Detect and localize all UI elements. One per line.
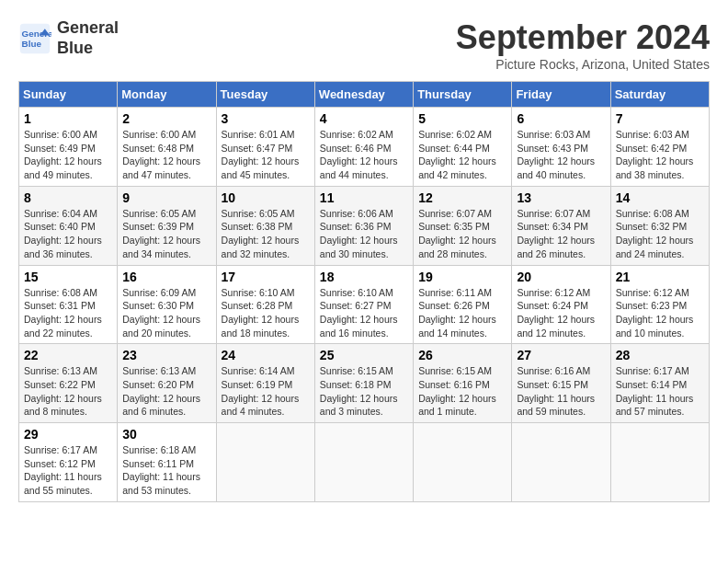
day-info: Sunrise: 6:10 AMSunset: 6:28 PMDaylight:… <box>222 286 310 340</box>
weekday-header: Monday <box>118 82 216 108</box>
weekday-header: Sunday <box>19 82 118 108</box>
calendar-cell: 17Sunrise: 6:10 AMSunset: 6:28 PMDayligh… <box>216 265 314 344</box>
calendar-week-row: 8Sunrise: 6:04 AMSunset: 6:40 PMDaylight… <box>19 186 710 265</box>
day-info: Sunrise: 6:07 AMSunset: 6:34 PMDaylight:… <box>517 207 605 261</box>
calendar-cell: 20Sunrise: 6:12 AMSunset: 6:24 PMDayligh… <box>512 265 610 344</box>
calendar-cell: 7Sunrise: 6:03 AMSunset: 6:42 PMDaylight… <box>610 108 709 187</box>
weekday-header-row: SundayMondayTuesdayWednesdayThursdayFrid… <box>19 82 710 108</box>
day-number: 20 <box>517 270 605 284</box>
weekday-header: Wednesday <box>314 82 413 108</box>
day-info: Sunrise: 6:15 AMSunset: 6:16 PMDaylight:… <box>418 364 506 419</box>
calendar-cell: 16Sunrise: 6:09 AMSunset: 6:30 PMDayligh… <box>118 265 216 344</box>
day-info: Sunrise: 6:00 AMSunset: 6:49 PMDaylight:… <box>24 128 112 182</box>
calendar-week-row: 29Sunrise: 6:17 AMSunset: 6:12 PMDayligh… <box>19 423 710 502</box>
logo: General Blue GeneralBlue <box>18 18 119 58</box>
day-info: Sunrise: 6:07 AMSunset: 6:35 PMDaylight:… <box>418 207 506 261</box>
day-info: Sunrise: 6:05 AMSunset: 6:39 PMDaylight:… <box>122 207 210 261</box>
day-info: Sunrise: 6:09 AMSunset: 6:30 PMDaylight:… <box>122 286 210 340</box>
day-number: 19 <box>418 270 506 284</box>
day-number: 25 <box>320 348 408 362</box>
calendar-cell: 30Sunrise: 6:18 AMSunset: 6:11 PMDayligh… <box>118 423 216 502</box>
calendar-cell: 4Sunrise: 6:02 AMSunset: 6:46 PMDaylight… <box>314 108 413 187</box>
logo-text: GeneralBlue <box>57 18 119 58</box>
calendar-week-row: 1Sunrise: 6:00 AMSunset: 6:49 PMDaylight… <box>19 108 710 187</box>
weekday-header: Friday <box>512 82 610 108</box>
day-number: 22 <box>24 348 112 362</box>
day-info: Sunrise: 6:17 AMSunset: 6:12 PMDaylight:… <box>24 443 112 498</box>
day-info: Sunrise: 6:08 AMSunset: 6:32 PMDaylight:… <box>616 207 704 261</box>
day-number: 6 <box>517 111 605 126</box>
day-number: 4 <box>320 111 408 126</box>
day-number: 14 <box>616 190 704 205</box>
calendar-cell <box>216 423 314 502</box>
day-info: Sunrise: 6:13 AMSunset: 6:20 PMDaylight:… <box>122 364 210 419</box>
day-number: 15 <box>24 270 112 284</box>
day-number: 8 <box>24 190 112 205</box>
calendar-cell: 29Sunrise: 6:17 AMSunset: 6:12 PMDayligh… <box>19 423 118 502</box>
calendar-cell: 8Sunrise: 6:04 AMSunset: 6:40 PMDaylight… <box>19 186 118 265</box>
logo-icon: General Blue <box>18 22 51 55</box>
day-info: Sunrise: 6:02 AMSunset: 6:46 PMDaylight:… <box>320 128 408 182</box>
day-info: Sunrise: 6:11 AMSunset: 6:26 PMDaylight:… <box>418 286 506 340</box>
day-info: Sunrise: 6:12 AMSunset: 6:24 PMDaylight:… <box>517 286 605 340</box>
calendar-cell: 24Sunrise: 6:14 AMSunset: 6:19 PMDayligh… <box>216 344 314 423</box>
calendar-cell: 9Sunrise: 6:05 AMSunset: 6:39 PMDaylight… <box>118 186 216 265</box>
day-number: 27 <box>517 348 605 362</box>
calendar-cell: 27Sunrise: 6:16 AMSunset: 6:15 PMDayligh… <box>512 344 610 423</box>
calendar-cell: 5Sunrise: 6:02 AMSunset: 6:44 PMDaylight… <box>414 108 512 187</box>
calendar-table: SundayMondayTuesdayWednesdayThursdayFrid… <box>18 81 710 502</box>
calendar-cell: 10Sunrise: 6:05 AMSunset: 6:38 PMDayligh… <box>216 186 314 265</box>
calendar-cell: 1Sunrise: 6:00 AMSunset: 6:49 PMDaylight… <box>19 108 118 187</box>
day-info: Sunrise: 6:15 AMSunset: 6:18 PMDaylight:… <box>320 364 408 419</box>
day-number: 17 <box>222 270 310 284</box>
day-number: 24 <box>222 348 310 362</box>
calendar-cell: 11Sunrise: 6:06 AMSunset: 6:36 PMDayligh… <box>314 186 413 265</box>
day-info: Sunrise: 6:12 AMSunset: 6:23 PMDaylight:… <box>616 286 704 340</box>
day-number: 13 <box>517 190 605 205</box>
calendar-cell: 13Sunrise: 6:07 AMSunset: 6:34 PMDayligh… <box>512 186 610 265</box>
calendar-cell <box>314 423 413 502</box>
calendar-cell: 21Sunrise: 6:12 AMSunset: 6:23 PMDayligh… <box>610 265 709 344</box>
calendar-cell: 22Sunrise: 6:13 AMSunset: 6:22 PMDayligh… <box>19 344 118 423</box>
location: Picture Rocks, Arizona, United States <box>456 57 710 72</box>
calendar-cell: 2Sunrise: 6:00 AMSunset: 6:48 PMDaylight… <box>118 108 216 187</box>
calendar-cell: 19Sunrise: 6:11 AMSunset: 6:26 PMDayligh… <box>414 265 512 344</box>
calendar-cell <box>610 423 709 502</box>
title-block: September 2024 Picture Rocks, Arizona, U… <box>456 18 710 72</box>
page-header: General Blue GeneralBlue September 2024 … <box>18 18 710 72</box>
day-info: Sunrise: 6:16 AMSunset: 6:15 PMDaylight:… <box>517 364 605 419</box>
calendar-week-row: 22Sunrise: 6:13 AMSunset: 6:22 PMDayligh… <box>19 344 710 423</box>
calendar-cell: 18Sunrise: 6:10 AMSunset: 6:27 PMDayligh… <box>314 265 413 344</box>
calendar-cell <box>512 423 610 502</box>
calendar-cell: 23Sunrise: 6:13 AMSunset: 6:20 PMDayligh… <box>118 344 216 423</box>
day-number: 23 <box>122 348 210 362</box>
day-number: 7 <box>616 111 704 126</box>
calendar-cell: 12Sunrise: 6:07 AMSunset: 6:35 PMDayligh… <box>414 186 512 265</box>
day-number: 11 <box>320 190 408 205</box>
day-info: Sunrise: 6:03 AMSunset: 6:42 PMDaylight:… <box>616 128 704 182</box>
day-number: 1 <box>24 111 112 126</box>
day-number: 2 <box>122 111 210 126</box>
weekday-header: Thursday <box>414 82 512 108</box>
calendar-cell: 3Sunrise: 6:01 AMSunset: 6:47 PMDaylight… <box>216 108 314 187</box>
day-number: 9 <box>122 190 210 205</box>
day-number: 21 <box>616 270 704 284</box>
day-number: 29 <box>24 427 112 442</box>
weekday-header: Saturday <box>610 82 709 108</box>
calendar-cell: 28Sunrise: 6:17 AMSunset: 6:14 PMDayligh… <box>610 344 709 423</box>
day-info: Sunrise: 6:01 AMSunset: 6:47 PMDaylight:… <box>222 128 310 182</box>
day-number: 5 <box>418 111 506 126</box>
svg-text:Blue: Blue <box>22 39 42 49</box>
calendar-cell: 26Sunrise: 6:15 AMSunset: 6:16 PMDayligh… <box>414 344 512 423</box>
day-info: Sunrise: 6:10 AMSunset: 6:27 PMDaylight:… <box>320 286 408 340</box>
calendar-cell: 6Sunrise: 6:03 AMSunset: 6:43 PMDaylight… <box>512 108 610 187</box>
day-info: Sunrise: 6:02 AMSunset: 6:44 PMDaylight:… <box>418 128 506 182</box>
day-number: 26 <box>418 348 506 362</box>
day-info: Sunrise: 6:06 AMSunset: 6:36 PMDaylight:… <box>320 207 408 261</box>
day-number: 16 <box>122 270 210 284</box>
calendar-cell <box>414 423 512 502</box>
day-info: Sunrise: 6:03 AMSunset: 6:43 PMDaylight:… <box>517 128 605 182</box>
day-number: 18 <box>320 270 408 284</box>
day-number: 3 <box>222 111 310 126</box>
day-info: Sunrise: 6:00 AMSunset: 6:48 PMDaylight:… <box>122 128 210 182</box>
